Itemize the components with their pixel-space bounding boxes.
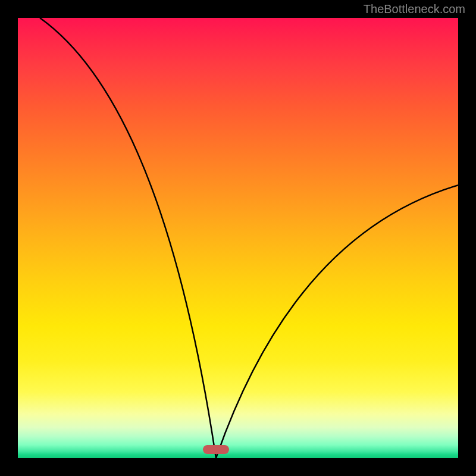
watermark-text: TheBottleneck.com [364, 2, 465, 16]
chart-plot-area [18, 18, 458, 458]
optimal-point-marker [203, 445, 229, 454]
curve-left-branch [40, 18, 216, 458]
bottleneck-curve [18, 18, 458, 458]
curve-right-branch [216, 185, 458, 458]
